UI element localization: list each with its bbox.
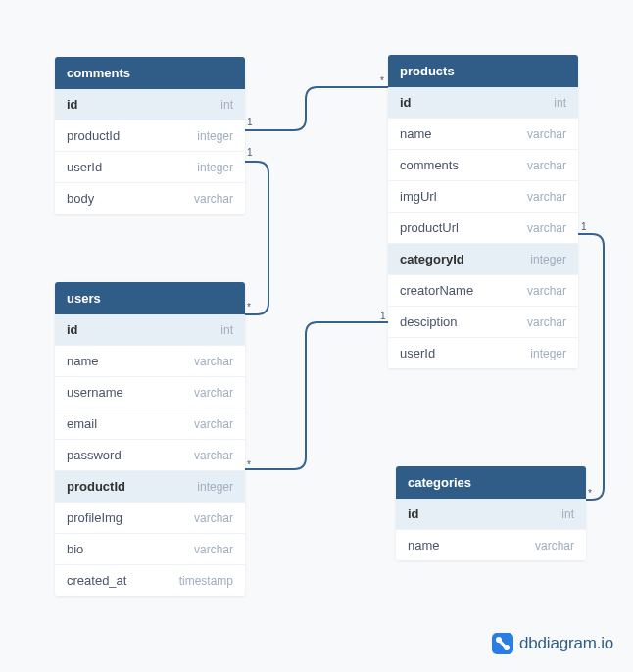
logo-text: dbdiagram.io	[519, 634, 613, 653]
table-header[interactable]: categories	[396, 466, 586, 499]
cardinality-label: 1	[581, 221, 587, 232]
table-row[interactable]: imgUrlvarchar	[388, 181, 578, 213]
table-row[interactable]: bodyvarchar	[55, 183, 245, 214]
table-header[interactable]: users	[55, 282, 245, 314]
cardinality-label: 1	[380, 311, 386, 321]
cardinality-label: *	[247, 459, 251, 470]
table-row[interactable]: passwordvarchar	[55, 440, 245, 471]
col-type: varchar	[527, 221, 566, 235]
col-name: password	[67, 448, 122, 462]
col-type: int	[220, 98, 233, 112]
table-row[interactable]: idint	[388, 87, 578, 119]
cardinality-label: *	[380, 75, 384, 86]
table-users[interactable]: users idint namevarchar usernamevarchar …	[55, 282, 245, 596]
table-row[interactable]: idint	[55, 89, 245, 120]
col-name: name	[408, 538, 440, 552]
col-type: timestamp	[179, 574, 233, 588]
col-type: integer	[197, 161, 233, 174]
table-header[interactable]: comments	[55, 57, 245, 89]
table-row[interactable]: commentsvarchar	[388, 150, 578, 181]
cardinality-label: 1	[247, 117, 253, 127]
table-products[interactable]: products idint namevarchar commentsvarch…	[388, 55, 578, 368]
col-type: int	[220, 323, 233, 337]
col-name: name	[67, 354, 99, 368]
col-name: profileImg	[67, 510, 122, 525]
col-name: email	[67, 416, 97, 431]
table-row[interactable]: created_attimestamp	[55, 565, 245, 596]
col-type: varchar	[194, 543, 233, 556]
col-name: creatorName	[400, 283, 473, 298]
col-type: varchar	[194, 417, 233, 431]
col-type: varchar	[527, 190, 566, 204]
col-type: integer	[530, 253, 566, 266]
table-row[interactable]: productUrlvarchar	[388, 213, 578, 244]
table-row[interactable]: emailvarchar	[55, 408, 245, 440]
col-type: varchar	[527, 127, 566, 141]
col-type: varchar	[194, 192, 233, 206]
col-name: productId	[67, 128, 120, 143]
logo: dbdiagram.io	[492, 633, 613, 654]
col-type: varchar	[194, 511, 233, 525]
col-name: id	[408, 506, 419, 521]
col-type: varchar	[194, 449, 233, 462]
table-row[interactable]: categoryIdinteger	[388, 244, 578, 275]
cardinality-label: *	[247, 302, 251, 312]
col-type: integer	[530, 347, 566, 360]
cardinality-label: 1	[247, 147, 253, 158]
col-name: userId	[400, 346, 435, 360]
table-row[interactable]: creatorNamevarchar	[388, 275, 578, 307]
col-name: body	[67, 191, 94, 206]
table-header[interactable]: products	[388, 55, 578, 87]
table-row[interactable]: idint	[396, 499, 586, 530]
col-name: userId	[67, 160, 102, 174]
col-type: varchar	[527, 159, 566, 172]
col-name: name	[400, 126, 432, 141]
col-name: id	[400, 95, 412, 110]
col-name: id	[67, 97, 78, 112]
col-name: desciption	[400, 314, 458, 329]
col-name: comments	[400, 158, 459, 172]
col-name: categoryId	[400, 252, 464, 266]
col-name: productUrl	[400, 220, 459, 235]
col-type: integer	[197, 480, 233, 494]
col-type: integer	[197, 129, 233, 143]
col-name: id	[67, 322, 78, 337]
col-name: bio	[67, 542, 83, 556]
col-type: varchar	[535, 539, 574, 552]
col-name: imgUrl	[400, 189, 437, 204]
table-row[interactable]: namevarchar	[388, 119, 578, 150]
col-name: created_at	[67, 573, 126, 588]
col-type: int	[554, 96, 566, 110]
table-row[interactable]: namevarchar	[55, 346, 245, 377]
table-row[interactable]: productIdinteger	[55, 120, 245, 152]
table-row[interactable]: userIdinteger	[388, 338, 578, 368]
col-type: varchar	[194, 355, 233, 368]
col-type: int	[561, 507, 574, 521]
col-type: varchar	[527, 284, 566, 298]
table-row[interactable]: productIdinteger	[55, 471, 245, 503]
table-row[interactable]: desciptionvarchar	[388, 307, 578, 338]
col-type: varchar	[194, 386, 233, 400]
table-row[interactable]: usernamevarchar	[55, 377, 245, 408]
col-name: username	[67, 385, 123, 400]
table-row[interactable]: idint	[55, 314, 245, 346]
col-name: productId	[67, 479, 125, 494]
logo-icon	[492, 633, 513, 654]
table-comments[interactable]: comments idint productIdinteger userIdin…	[55, 57, 245, 214]
table-categories[interactable]: categories idint namevarchar	[396, 466, 586, 560]
cardinality-label: *	[588, 488, 592, 499]
col-type: varchar	[527, 315, 566, 329]
table-row[interactable]: biovarchar	[55, 534, 245, 565]
table-row[interactable]: namevarchar	[396, 530, 586, 560]
table-row[interactable]: userIdinteger	[55, 152, 245, 183]
table-row[interactable]: profileImgvarchar	[55, 503, 245, 534]
